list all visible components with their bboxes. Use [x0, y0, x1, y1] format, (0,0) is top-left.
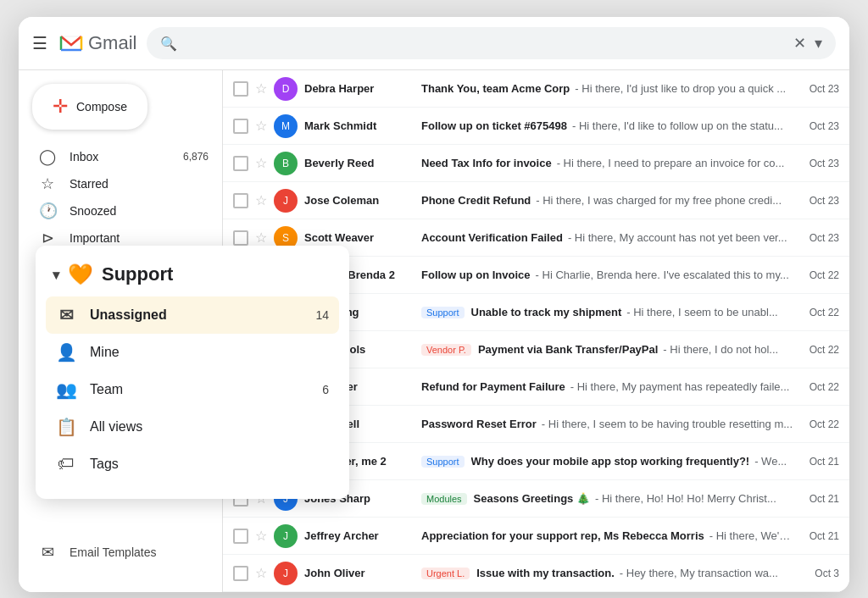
email-preview: - Hi there, I'd just like to drop you a … — [575, 82, 786, 95]
email-date: Oct 22 — [802, 344, 839, 356]
email-sender: Jeffrey Archer — [304, 529, 415, 542]
email-star-icon[interactable]: ☆ — [255, 230, 267, 246]
avatar: D — [274, 77, 298, 101]
search-input[interactable] — [186, 36, 785, 51]
email-row[interactable]: ☆ J John Oliver Urgent L. Issue with my … — [223, 555, 849, 592]
email-subject-wrap: Need Tax Info for invoice - Hi there, I … — [421, 157, 795, 169]
support-nav-item-unassigned[interactable]: ✉ Unassigned 14 — [46, 296, 339, 334]
email-checkbox[interactable] — [233, 230, 248, 246]
email-subject: Need Tax Info for invoice — [421, 157, 552, 169]
email-checkbox[interactable] — [233, 529, 248, 544]
email-preview: - Hi there, Ho! Ho! Ho! Merry Christ... — [595, 492, 776, 505]
email-subject: Password Reset Error — [421, 418, 537, 430]
email-checkbox[interactable] — [233, 119, 248, 134]
search-dropdown-icon[interactable]: ▾ — [815, 34, 822, 53]
email-subject: Refund for Payment Failure — [421, 380, 565, 393]
email-subject-wrap: Password Reset Error - Hi there, I seem … — [421, 418, 795, 430]
email-row[interactable]: ☆ J Jeffrey Archer Appreciation for your… — [223, 518, 849, 555]
starred-label: Starred — [70, 177, 209, 191]
email-row[interactable]: ☆ D Debra Harper Thank You, team Acme Co… — [223, 70, 849, 108]
sidebar-item-snoozed[interactable]: 🕐 Snoozed — [19, 197, 222, 224]
avatar: M — [274, 114, 298, 138]
email-preview: - Hi there, I seem to be unabl... — [626, 306, 777, 318]
email-tag: Modules — [421, 493, 467, 505]
email-subject: Phone Credit Refund — [421, 194, 531, 207]
email-preview: - Hi there, We'd l... — [709, 529, 795, 542]
email-subject-wrap: Unable to track my shipment - Hi there, … — [471, 306, 795, 318]
email-star-icon[interactable]: ☆ — [255, 565, 267, 581]
email-row[interactable]: ☆ M Mark Schmidt Follow up on ticket #67… — [223, 108, 849, 145]
email-preview: - Hi there, My account has not yet been … — [568, 231, 787, 244]
email-tag: Support — [421, 307, 465, 318]
search-clear-icon[interactable]: ✕ — [793, 34, 806, 53]
email-preview: - Hi there, I need to prepare an invoice… — [557, 157, 785, 169]
sidebar-item-starred[interactable]: ☆ Starred — [19, 170, 222, 197]
email-star-icon[interactable]: ☆ — [255, 118, 267, 134]
email-subject-wrap: Thank You, team Acme Corp - Hi there, I'… — [421, 82, 795, 95]
email-subject: Appreciation for your support rep, Ms Re… — [421, 529, 704, 542]
email-checkbox[interactable] — [233, 566, 248, 581]
compose-label: Compose — [76, 100, 127, 114]
support-nav-label: Tags — [90, 457, 329, 472]
inbox-label: Inbox — [70, 150, 170, 163]
hamburger-icon[interactable]: ☰ — [32, 33, 47, 53]
sidebar-item-inbox[interactable]: ◯ Inbox 6,876 — [19, 143, 222, 170]
email-star-icon[interactable]: ☆ — [255, 80, 267, 97]
app-window: ☰ Gmail 🔍 ✕ ▾ ✛ Compose — [19, 17, 849, 592]
email-date: Oct 23 — [802, 232, 839, 244]
support-tags-icon: 🏷 — [56, 454, 76, 473]
snoozed-label: Snoozed — [70, 204, 209, 218]
email-date: Oct 22 — [802, 307, 839, 318]
email-preview: - We... — [754, 455, 787, 468]
email-date: Oct 22 — [802, 418, 839, 430]
email-checkbox[interactable] — [233, 156, 248, 171]
top-bar: ☰ Gmail 🔍 ✕ ▾ — [19, 17, 849, 70]
email-sender: Scott Weaver — [304, 231, 415, 244]
email-checkbox[interactable] — [233, 81, 248, 97]
email-star-icon[interactable]: ☆ — [255, 192, 267, 208]
important-icon: ⊳ — [39, 229, 56, 247]
email-checkbox[interactable] — [233, 193, 248, 208]
compose-button[interactable]: ✛ Compose — [32, 84, 147, 130]
support-nav-item-all-views[interactable]: 📋 All views — [36, 408, 349, 446]
email-preview: - Hi there, I seem to be having trouble … — [542, 418, 793, 430]
support-nav-label: Team — [90, 382, 309, 397]
support-chevron-icon[interactable]: ▾ — [53, 267, 59, 283]
support-all-views-icon: 📋 — [56, 417, 76, 437]
support-nav-item-team[interactable]: 👥 Team 6 — [36, 371, 349, 408]
email-star-icon[interactable]: ☆ — [255, 155, 267, 171]
support-header: ▾ 🧡 Support — [36, 259, 349, 296]
sidebar-item-email-templates[interactable]: ✉ Email Templates — [19, 540, 222, 565]
email-subject-wrap: Account Verification Failed - Hi there, … — [421, 231, 795, 244]
email-preview: - Hi Charlie, Brenda here. I've escalate… — [536, 269, 789, 281]
support-nav-label: Mine — [90, 345, 329, 360]
avatar: J — [274, 524, 298, 548]
email-star-icon[interactable]: ☆ — [255, 528, 267, 544]
email-preview: - Hi there, My payment has repeatedly fa… — [570, 380, 790, 393]
gmail-text: Gmail — [88, 32, 136, 54]
email-row[interactable]: ☆ B Beverly Reed Need Tax Info for invoi… — [223, 145, 849, 182]
gmail-logo: Gmail — [58, 30, 136, 57]
support-nav-item-mine[interactable]: 👤 Mine — [36, 334, 349, 371]
email-date: Oct 3 — [802, 568, 839, 579]
email-date: Oct 23 — [802, 120, 839, 132]
email-subject: Follow up on ticket #675498 — [421, 119, 567, 132]
email-sender: Mark Schmidt — [304, 119, 415, 132]
email-tag: Vendor P. — [421, 344, 471, 356]
avatar: J — [274, 562, 298, 585]
email-preview: - Hi there, I'd like to follow up on the… — [572, 119, 783, 132]
email-subject: Thank You, team Acme Corp — [421, 82, 570, 95]
email-date: Oct 21 — [802, 456, 839, 468]
email-tag: Support — [421, 456, 465, 468]
email-date: Oct 21 — [802, 493, 839, 505]
inbox-count: 6,876 — [183, 151, 209, 163]
email-row[interactable]: ☆ J Jose Coleman Phone Credit Refund - H… — [223, 182, 849, 219]
email-preview: - Hi there, I was charged for my free ph… — [536, 194, 782, 207]
support-emoji-icon: 🧡 — [68, 263, 93, 286]
email-date: Oct 22 — [802, 269, 839, 281]
support-dropdown: ▾ 🧡 Support ✉ Unassigned 14 👤 Mine 👥 Tea… — [36, 246, 349, 499]
email-subject: Why does your mobile app stop working fr… — [471, 455, 750, 468]
support-nav-item-tags[interactable]: 🏷 Tags — [36, 446, 349, 482]
email-tag: Urgent L. — [421, 568, 470, 579]
email-subject: Issue with my transaction. — [476, 567, 615, 579]
